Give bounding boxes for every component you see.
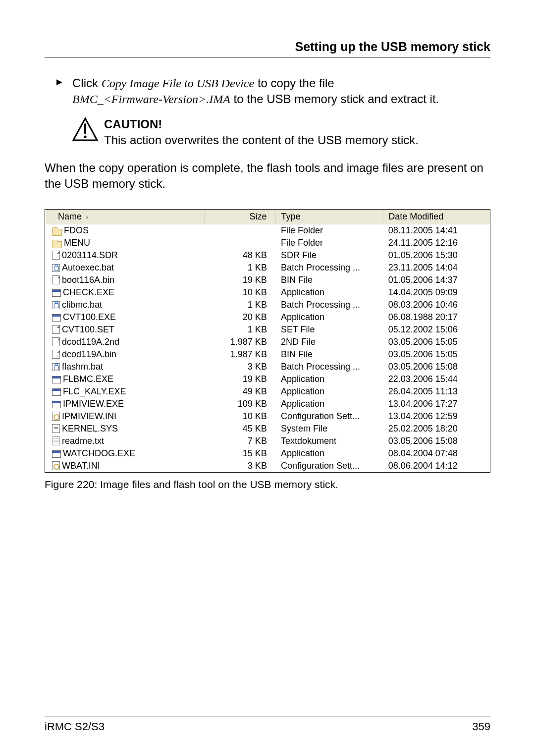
table-row[interactable]: readme.txt7 KBTextdokument03.05.2006 15:… — [45, 435, 490, 447]
file-icon — [52, 325, 60, 334]
file-date-cell: 25.02.2005 18:20 — [383, 423, 490, 435]
file-name-text: FDOS — [64, 225, 89, 235]
exe-icon — [52, 401, 61, 408]
file-name-text: CVT100.SET — [62, 324, 114, 334]
exe-icon — [52, 289, 61, 297]
file-type-cell: Application — [276, 286, 383, 299]
table-row[interactable]: IPMIVIEW.EXE109 KBApplication13.04.2006 … — [45, 398, 490, 410]
bullet-triangle-icon: ► — [54, 75, 64, 89]
file-list-screenshot: Name▲ Size Type Date Modified FDOSFile F… — [45, 209, 490, 473]
table-row[interactable]: CVT100.EXE20 KBApplication06.08.1988 20:… — [45, 311, 490, 324]
table-row[interactable]: KERNEL.SYS45 KBSystem File25.02.2005 18:… — [45, 423, 490, 435]
column-header-date[interactable]: Date Modified — [383, 210, 490, 224]
file-name-cell[interactable]: CVT100.EXE — [45, 311, 205, 324]
file-size-cell: 48 KB — [205, 249, 276, 262]
file-name-text: boot116A.bin — [62, 275, 114, 285]
file-name-cell[interactable]: FLC_KALY.EXE — [45, 385, 205, 398]
file-date-cell: 03.05.2006 15:05 — [383, 348, 490, 361]
exe-icon — [52, 314, 61, 322]
file-size-cell: 1 KB — [205, 262, 276, 274]
file-type-cell: SET File — [276, 324, 383, 336]
svg-point-2 — [84, 135, 86, 138]
file-size-cell — [205, 224, 276, 237]
file-name-text: flashm.bat — [62, 362, 103, 372]
file-date-cell: 08.11.2005 14:41 — [383, 224, 490, 237]
table-row[interactable]: CVT100.SET1 KBSET File05.12.2002 15:06 — [45, 324, 490, 336]
instruction-action: Copy Image File to USB Device — [102, 77, 255, 90]
file-name-cell[interactable]: flashm.bat — [45, 361, 205, 373]
file-type-cell: Application — [276, 398, 383, 410]
file-date-cell: 03.05.2006 15:08 — [383, 361, 490, 373]
sort-asc-icon: ▲ — [82, 214, 90, 219]
table-row[interactable]: WATCHDOG.EXE15 KBApplication08.04.2004 0… — [45, 447, 490, 460]
file-name-cell[interactable]: MENU — [45, 237, 205, 249]
file-type-cell: Configuration Sett... — [276, 460, 383, 472]
file-size-cell: 1 KB — [205, 324, 276, 336]
page-title: Setting up the USB memory stick — [45, 40, 490, 54]
table-row[interactable]: boot116A.bin19 KBBIN File01.05.2006 14:3… — [45, 274, 490, 286]
file-name-cell[interactable]: FLBMC.EXE — [45, 373, 205, 385]
column-header-type[interactable]: Type — [276, 210, 383, 224]
column-header-name[interactable]: Name▲ — [45, 210, 205, 224]
file-name-cell[interactable]: FDOS — [45, 224, 205, 237]
file-name-cell[interactable]: WATCHDOG.EXE — [45, 447, 205, 460]
table-row[interactable]: CHECK.EXE10 KBApplication14.04.2005 09:0… — [45, 286, 490, 299]
instruction-text-mid: to copy the file — [254, 76, 334, 90]
after-caution-text: When the copy operation is complete, the… — [45, 160, 490, 192]
file-name-cell[interactable]: clibmc.bat — [45, 299, 205, 311]
file-size-cell: 3 KB — [205, 361, 276, 373]
file-icon — [52, 350, 60, 359]
file-type-cell: Application — [276, 311, 383, 324]
file-size-cell: 49 KB — [205, 385, 276, 398]
file-name-text: CVT100.EXE — [63, 312, 116, 322]
folder-icon — [52, 241, 62, 248]
file-name-cell[interactable]: CVT100.SET — [45, 324, 205, 336]
file-name-cell[interactable]: readme.txt — [45, 435, 205, 447]
caution-text: CAUTION! This action overwrites the cont… — [104, 117, 419, 147]
file-date-cell: 01.05.2006 15:30 — [383, 249, 490, 262]
table-row[interactable]: clibmc.bat1 KBBatch Processing ...08.03.… — [45, 299, 490, 311]
file-name-cell[interactable]: Autoexec.bat — [45, 262, 205, 274]
file-name-cell[interactable]: WBAT.INI — [45, 460, 205, 472]
file-date-cell: 08.06.2004 14:12 — [383, 460, 490, 472]
file-name-cell[interactable]: CHECK.EXE — [45, 286, 205, 299]
column-header-size[interactable]: Size — [205, 210, 276, 224]
table-row[interactable]: IPMIVIEW.INI10 KBConfiguration Sett...13… — [45, 410, 490, 423]
file-name-cell[interactable]: boot116A.bin — [45, 274, 205, 286]
table-row[interactable]: Autoexec.bat1 KBBatch Processing ...23.1… — [45, 262, 490, 274]
table-row[interactable]: WBAT.INI3 KBConfiguration Sett...08.06.2… — [45, 460, 490, 472]
warning-triangle-icon — [72, 117, 98, 141]
txt-icon — [52, 436, 60, 445]
caution-block: CAUTION! This action overwrites the cont… — [72, 117, 490, 147]
file-type-cell: Batch Processing ... — [276, 361, 383, 373]
file-date-cell: 01.05.2006 14:37 — [383, 274, 490, 286]
file-type-cell: File Folder — [276, 237, 383, 249]
caution-title: CAUTION! — [104, 117, 419, 131]
instruction-paragraph: ► Click Copy Image File to USB Device to… — [45, 75, 490, 108]
table-row[interactable]: dcod119A.bin1.987 KBBIN File03.05.2006 1… — [45, 348, 490, 361]
table-row[interactable]: flashm.bat3 KBBatch Processing ...03.05.… — [45, 361, 490, 373]
file-name-cell[interactable]: dcod119A.bin — [45, 348, 205, 361]
file-date-cell: 23.11.2005 14:04 — [383, 262, 490, 274]
table-row[interactable]: FLC_KALY.EXE49 KBApplication26.04.2005 1… — [45, 385, 490, 398]
file-name-cell[interactable]: IPMIVIEW.INI — [45, 410, 205, 423]
instruction-file: BMC_<Firmware-Version>.IMA — [72, 93, 230, 106]
file-name-cell[interactable]: IPMIVIEW.EXE — [45, 398, 205, 410]
file-name-text: 0203114.SDR — [62, 250, 118, 260]
caution-body: This action overwrites the content of th… — [104, 133, 419, 147]
file-type-cell: File Folder — [276, 224, 383, 237]
file-name-cell[interactable]: dcod119A.2nd — [45, 336, 205, 348]
table-row[interactable]: FLBMC.EXE19 KBApplication22.03.2006 15:4… — [45, 373, 490, 385]
table-row[interactable]: dcod119A.2nd1.987 KB2ND File03.05.2006 1… — [45, 336, 490, 348]
table-row[interactable]: MENUFile Folder24.11.2005 12:16 — [45, 237, 490, 249]
table-row[interactable]: FDOSFile Folder08.11.2005 14:41 — [45, 224, 490, 237]
file-name-cell[interactable]: KERNEL.SYS — [45, 423, 205, 435]
file-name-cell[interactable]: 0203114.SDR — [45, 249, 205, 262]
file-date-cell: 05.12.2002 15:06 — [383, 324, 490, 336]
file-size-cell: 1.987 KB — [205, 348, 276, 361]
table-row[interactable]: 0203114.SDR48 KBSDR File01.05.2006 15:30 — [45, 249, 490, 262]
file-size-cell: 45 KB — [205, 423, 276, 435]
exe-icon — [52, 376, 61, 383]
exe-icon — [52, 388, 61, 396]
file-name-text: Autoexec.bat — [62, 263, 114, 272]
